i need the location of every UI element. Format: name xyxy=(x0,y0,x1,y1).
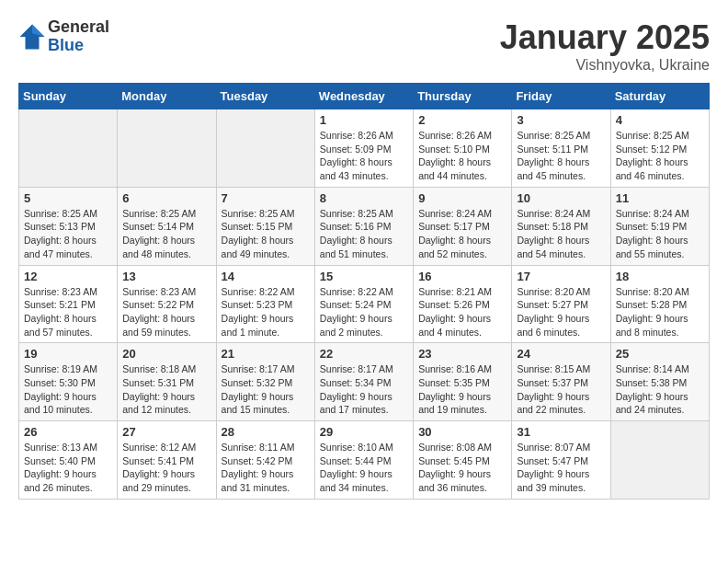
calendar-cell xyxy=(118,109,216,188)
calendar-cell: 17Sunrise: 8:20 AM Sunset: 5:27 PM Dayli… xyxy=(512,265,610,343)
calendar-week-row: 5Sunrise: 8:25 AM Sunset: 5:13 PM Daylig… xyxy=(19,187,710,265)
calendar-cell: 25Sunrise: 8:14 AM Sunset: 5:38 PM Dayli… xyxy=(610,343,709,421)
calendar-cell: 3Sunrise: 8:25 AM Sunset: 5:11 PM Daylig… xyxy=(512,109,610,188)
calendar-cell: 7Sunrise: 8:25 AM Sunset: 5:15 PM Daylig… xyxy=(216,187,314,265)
day-info: Sunrise: 8:17 AM Sunset: 5:32 PM Dayligh… xyxy=(222,362,310,417)
weekday-header: Thursday xyxy=(414,84,512,109)
logo-icon xyxy=(18,23,46,51)
day-info: Sunrise: 8:07 AM Sunset: 5:47 PM Dayligh… xyxy=(517,441,605,495)
day-info: Sunrise: 8:22 AM Sunset: 5:24 PM Dayligh… xyxy=(320,285,408,339)
calendar-cell: 14Sunrise: 8:22 AM Sunset: 5:23 PM Dayli… xyxy=(216,265,314,343)
day-info: Sunrise: 8:25 AM Sunset: 5:13 PM Dayligh… xyxy=(24,207,112,261)
day-number: 12 xyxy=(24,270,112,283)
day-number: 9 xyxy=(418,191,506,205)
title-block: January 2025 Vishnyovka, Ukraine xyxy=(500,18,710,74)
day-info: Sunrise: 8:19 AM Sunset: 5:30 PM Dayligh… xyxy=(24,362,112,417)
day-info: Sunrise: 8:10 AM Sunset: 5:44 PM Dayligh… xyxy=(320,441,408,495)
day-info: Sunrise: 8:24 AM Sunset: 5:17 PM Dayligh… xyxy=(418,207,506,261)
calendar-cell: 15Sunrise: 8:22 AM Sunset: 5:24 PM Dayli… xyxy=(314,265,413,343)
logo-general-text: General xyxy=(48,18,109,37)
day-number: 7 xyxy=(222,191,310,205)
calendar-cell: 26Sunrise: 8:13 AM Sunset: 5:40 PM Dayli… xyxy=(19,421,118,500)
day-info: Sunrise: 8:16 AM Sunset: 5:35 PM Dayligh… xyxy=(418,362,506,417)
calendar-cell: 5Sunrise: 8:25 AM Sunset: 5:13 PM Daylig… xyxy=(19,187,118,265)
day-info: Sunrise: 8:24 AM Sunset: 5:18 PM Dayligh… xyxy=(517,207,605,261)
calendar-week-row: 26Sunrise: 8:13 AM Sunset: 5:40 PM Dayli… xyxy=(19,421,710,500)
day-number: 11 xyxy=(616,191,704,205)
day-number: 18 xyxy=(616,270,704,283)
day-number: 6 xyxy=(122,191,210,205)
day-number: 21 xyxy=(222,347,310,361)
day-info: Sunrise: 8:12 AM Sunset: 5:41 PM Dayligh… xyxy=(122,441,210,495)
weekday-header: Monday xyxy=(118,84,216,109)
calendar-cell: 18Sunrise: 8:20 AM Sunset: 5:28 PM Dayli… xyxy=(610,265,709,343)
day-info: Sunrise: 8:25 AM Sunset: 5:14 PM Dayligh… xyxy=(122,207,210,261)
calendar-week-row: 1Sunrise: 8:26 AM Sunset: 5:09 PM Daylig… xyxy=(19,109,710,188)
day-info: Sunrise: 8:25 AM Sunset: 5:12 PM Dayligh… xyxy=(616,129,704,183)
day-info: Sunrise: 8:23 AM Sunset: 5:22 PM Dayligh… xyxy=(122,285,210,339)
day-number: 17 xyxy=(517,270,605,283)
day-number: 5 xyxy=(24,191,112,205)
day-info: Sunrise: 8:18 AM Sunset: 5:31 PM Dayligh… xyxy=(122,362,210,417)
day-number: 16 xyxy=(418,270,506,283)
day-number: 13 xyxy=(122,270,210,283)
day-info: Sunrise: 8:17 AM Sunset: 5:34 PM Dayligh… xyxy=(320,362,408,417)
day-info: Sunrise: 8:25 AM Sunset: 5:15 PM Dayligh… xyxy=(222,207,310,261)
day-info: Sunrise: 8:14 AM Sunset: 5:38 PM Dayligh… xyxy=(616,362,704,417)
calendar-cell: 8Sunrise: 8:25 AM Sunset: 5:16 PM Daylig… xyxy=(314,187,413,265)
day-info: Sunrise: 8:26 AM Sunset: 5:10 PM Dayligh… xyxy=(418,129,506,183)
day-info: Sunrise: 8:11 AM Sunset: 5:42 PM Dayligh… xyxy=(222,441,310,495)
calendar-cell: 29Sunrise: 8:10 AM Sunset: 5:44 PM Dayli… xyxy=(314,421,413,500)
day-info: Sunrise: 8:25 AM Sunset: 5:11 PM Dayligh… xyxy=(517,129,605,183)
day-number: 24 xyxy=(517,347,605,361)
calendar-cell xyxy=(216,109,314,188)
calendar-cell: 2Sunrise: 8:26 AM Sunset: 5:10 PM Daylig… xyxy=(414,109,512,188)
day-number: 15 xyxy=(320,270,408,283)
day-number: 20 xyxy=(122,347,210,361)
day-number: 3 xyxy=(517,113,605,127)
day-info: Sunrise: 8:20 AM Sunset: 5:27 PM Dayligh… xyxy=(517,285,605,339)
day-info: Sunrise: 8:26 AM Sunset: 5:09 PM Dayligh… xyxy=(320,129,408,183)
day-number: 4 xyxy=(616,113,704,127)
day-number: 25 xyxy=(616,347,704,361)
month-title: January 2025 xyxy=(500,18,710,57)
calendar-cell: 4Sunrise: 8:25 AM Sunset: 5:12 PM Daylig… xyxy=(610,109,709,188)
day-number: 27 xyxy=(122,425,210,439)
day-number: 28 xyxy=(222,425,310,439)
day-info: Sunrise: 8:24 AM Sunset: 5:19 PM Dayligh… xyxy=(616,207,704,261)
calendar-week-row: 19Sunrise: 8:19 AM Sunset: 5:30 PM Dayli… xyxy=(19,343,710,421)
day-number: 8 xyxy=(320,191,408,205)
weekday-header: Tuesday xyxy=(216,84,314,109)
calendar-cell: 30Sunrise: 8:08 AM Sunset: 5:45 PM Dayli… xyxy=(414,421,512,500)
day-number: 2 xyxy=(418,113,506,127)
day-number: 10 xyxy=(517,191,605,205)
weekday-header: Wednesday xyxy=(314,84,413,109)
calendar-cell: 11Sunrise: 8:24 AM Sunset: 5:19 PM Dayli… xyxy=(610,187,709,265)
calendar-cell: 20Sunrise: 8:18 AM Sunset: 5:31 PM Dayli… xyxy=(118,343,216,421)
calendar-table: SundayMondayTuesdayWednesdayThursdayFrid… xyxy=(18,83,710,500)
day-number: 1 xyxy=(320,113,408,127)
day-number: 30 xyxy=(418,425,506,439)
calendar-cell: 23Sunrise: 8:16 AM Sunset: 5:35 PM Dayli… xyxy=(414,343,512,421)
day-number: 19 xyxy=(24,347,112,361)
calendar-cell: 31Sunrise: 8:07 AM Sunset: 5:47 PM Dayli… xyxy=(512,421,610,500)
weekday-header: Saturday xyxy=(610,84,709,109)
day-info: Sunrise: 8:15 AM Sunset: 5:37 PM Dayligh… xyxy=(517,362,605,417)
day-info: Sunrise: 8:21 AM Sunset: 5:26 PM Dayligh… xyxy=(418,285,506,339)
calendar-cell: 16Sunrise: 8:21 AM Sunset: 5:26 PM Dayli… xyxy=(414,265,512,343)
day-info: Sunrise: 8:22 AM Sunset: 5:23 PM Dayligh… xyxy=(222,285,310,339)
calendar-cell: 6Sunrise: 8:25 AM Sunset: 5:14 PM Daylig… xyxy=(118,187,216,265)
calendar-cell: 22Sunrise: 8:17 AM Sunset: 5:34 PM Dayli… xyxy=(314,343,413,421)
calendar-cell: 1Sunrise: 8:26 AM Sunset: 5:09 PM Daylig… xyxy=(314,109,413,188)
logo: General Blue xyxy=(18,18,109,55)
day-number: 29 xyxy=(320,425,408,439)
day-number: 31 xyxy=(517,425,605,439)
weekday-header: Sunday xyxy=(19,84,118,109)
calendar-week-row: 12Sunrise: 8:23 AM Sunset: 5:21 PM Dayli… xyxy=(19,265,710,343)
location-title: Vishnyovka, Ukraine xyxy=(500,57,710,74)
calendar-cell: 19Sunrise: 8:19 AM Sunset: 5:30 PM Dayli… xyxy=(19,343,118,421)
day-info: Sunrise: 8:23 AM Sunset: 5:21 PM Dayligh… xyxy=(24,285,112,339)
calendar-cell: 24Sunrise: 8:15 AM Sunset: 5:37 PM Dayli… xyxy=(512,343,610,421)
calendar-cell: 21Sunrise: 8:17 AM Sunset: 5:32 PM Dayli… xyxy=(216,343,314,421)
day-number: 23 xyxy=(418,347,506,361)
